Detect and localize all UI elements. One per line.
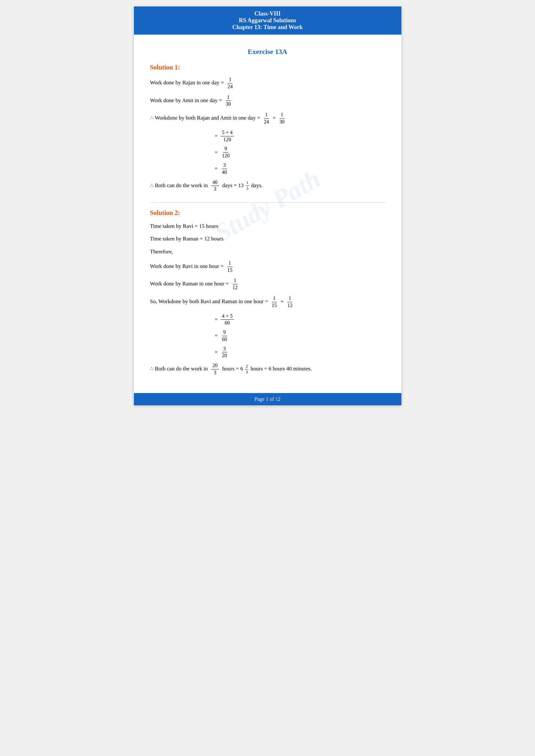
sol2-equals-3: = <box>215 349 218 356</box>
sol2-step3: = 3 20 <box>215 345 385 360</box>
content-area: Exercise 13A Solution 1: Work done by Ra… <box>134 35 401 405</box>
sol2-conclusion-suffix: hours = 6 hours 40 minutes. <box>250 365 312 372</box>
sol1-step2: = 9 120 <box>215 146 385 159</box>
footer-text: Page 1 of 12 <box>255 396 280 402</box>
solution-1-title: Solution 1: <box>150 64 385 71</box>
sol2-mixed: 2 3 <box>245 364 249 375</box>
ravi-time-line: Time taken by Ravi = 15 hours <box>150 222 385 230</box>
sol2-both-work-line: So, Workdone by both Ravi and Raman in o… <box>150 295 385 309</box>
rajan-denominator: 24 <box>226 83 234 90</box>
sol1-super-frac: 1 3 <box>246 180 249 191</box>
solution-1-block: Solution 1: Work done by Rajan in one da… <box>150 64 385 193</box>
header-class: Class-VIII <box>140 10 395 17</box>
sol1-step3: = 3 40 <box>215 162 385 176</box>
equals-2: = <box>215 149 218 156</box>
solution1-math-block: = 5 + 4 120 = 9 120 = 3 <box>215 129 385 176</box>
page-footer: Page 1 of 12 <box>134 393 401 405</box>
sol1-frac-step3: 3 40 <box>221 162 228 176</box>
sol1-step1: = 5 + 4 120 <box>215 129 385 143</box>
raman-time-line: Time taken by Raman = 12 hours <box>150 234 385 243</box>
raman-fraction: 1 12 <box>231 277 239 291</box>
amit-denominator: 30 <box>224 101 232 108</box>
sol1-mixed: 1 3 <box>246 180 249 191</box>
page: Study Path Class-VIII RS Aggarwal Soluti… <box>134 7 401 405</box>
sol1-conclusion-frac: 40 3 <box>211 179 219 193</box>
sol1-conclusion-suffix: days. <box>251 182 262 188</box>
sol2-equals-2: = <box>215 333 218 339</box>
sol2-both-work-text: So, Workdone by both Ravi and Raman in o… <box>150 298 268 305</box>
ravi-work-line: Work done by Ravi in one hour = 1 15 <box>150 260 385 274</box>
solution-2-block: Solution 2: Time taken by Ravi = 15 hour… <box>150 209 385 376</box>
amit-fraction: 1 30 <box>224 94 232 108</box>
sol2-super-frac: 2 3 <box>245 364 249 375</box>
sol2-step2: = 9 60 <box>215 329 385 343</box>
header-book: RS Aggarwal Solutions <box>140 17 395 24</box>
sol2-frac-step2: 9 60 <box>221 329 228 343</box>
sol2-both-frac1: 1 15 <box>270 295 278 309</box>
rajan-work-text: Work done by Rajan in one day = <box>150 79 224 86</box>
page-header: Class-VIII RS Aggarwal Solutions Chapter… <box>134 7 401 35</box>
sol2-equals-1: = <box>215 316 218 323</box>
sol1-conclusion: ∴ Both can do the work in 40 3 days = 13… <box>150 179 385 193</box>
sol2-conclusion-prefix: ∴ Both can do the work in <box>150 365 208 372</box>
plus-sign-1: + <box>273 115 276 121</box>
sol2-conclusion: ∴ Both can do the work in 20 3 hours = 6… <box>150 362 385 376</box>
amit-work-text: Work done by Amit in one day = <box>150 97 222 103</box>
plus-sign-2: + <box>280 298 284 305</box>
sol2-conclusion-unit: hours = 6 <box>222 365 243 372</box>
sol2-frac-step1: 4 + 5 60 <box>221 313 234 327</box>
exercise-title: Exercise 13A <box>150 47 385 56</box>
rajan-fraction: 1 24 <box>226 76 234 90</box>
equals-1: = <box>215 133 218 139</box>
header-chapter: Chapter 13: Time and Work <box>140 24 395 31</box>
ravi-fraction: 1 15 <box>226 260 234 274</box>
sol1-conclusion-unit: days = 13 <box>222 182 243 188</box>
both-work-line: ∴ Workdone by both Rajan and Amit in one… <box>150 112 385 125</box>
rajan-work-line: Work done by Rajan in one day = 1 24 <box>150 76 385 90</box>
amit-work-line: Work done by Amit in one day = 1 30 <box>150 94 385 108</box>
sol1-conclusion-prefix: ∴ Both can do the work in <box>150 182 208 188</box>
both-frac1: 1 24 <box>263 112 270 125</box>
sol1-frac-step2: 9 120 <box>221 146 231 159</box>
both-work-text: ∴ Workdone by both Rajan and Amit in one… <box>150 115 260 121</box>
ravi-work-text: Work done by Ravi in one hour = <box>150 263 224 269</box>
both-frac2: 1 30 <box>278 112 286 125</box>
equals-3: = <box>215 166 218 172</box>
sol1-frac-step1: 5 + 4 120 <box>221 129 234 143</box>
sol2-both-frac2: 1 12 <box>286 295 294 309</box>
solution-2-title: Solution 2: <box>150 209 385 217</box>
therefore-line: Therefore, <box>150 247 385 256</box>
rajan-numerator: 1 <box>227 76 233 83</box>
raman-work-line: Work done by Raman in one hour = 1 12 <box>150 277 385 291</box>
solution2-math-block: = 4 + 5 60 = 9 60 = 3 <box>215 313 385 360</box>
raman-work-text: Work done by Raman in one hour = <box>150 281 229 287</box>
amit-numerator: 1 <box>226 94 231 101</box>
sol2-conclusion-frac: 20 3 <box>211 362 219 376</box>
sol2-frac-step3: 3 20 <box>221 345 228 360</box>
sol2-step1: = 4 + 5 60 <box>215 313 385 327</box>
section-divider <box>150 202 385 202</box>
